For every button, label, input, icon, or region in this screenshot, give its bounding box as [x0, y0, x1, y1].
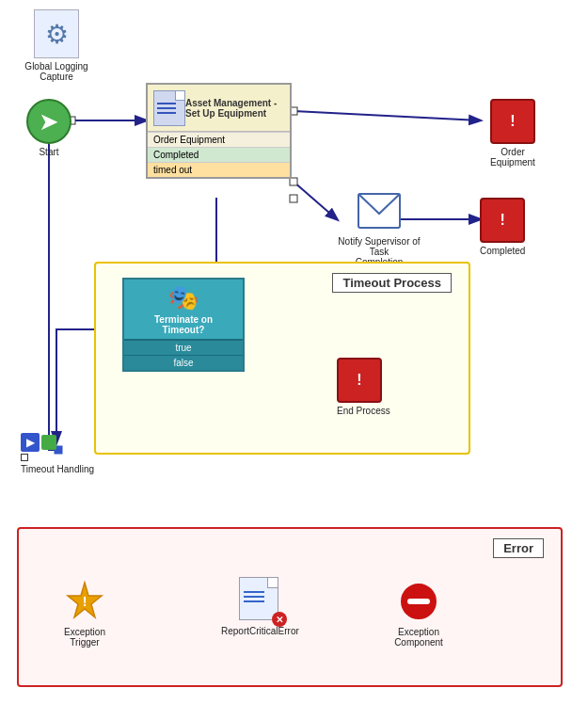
asset-mgmt-node[interactable]: Asset Management -Set Up Equipment Order…: [146, 83, 292, 179]
asset-mgmt-row-completed: Completed: [148, 147, 290, 162]
terminate-node[interactable]: 🎭 Terminate onTimeout? true false: [122, 278, 245, 372]
error-box-label: Error: [493, 538, 544, 558]
terminate-row-false: false: [124, 355, 243, 370]
stop-sign-icon: !: [498, 106, 528, 136]
svg-rect-8: [290, 178, 297, 185]
exception-component-icon: [396, 579, 441, 624]
exception-component-label: Exception Component: [381, 627, 456, 648]
th-blue-icon: ▶: [21, 433, 40, 452]
timeout-handling-label: Timeout Handling: [21, 464, 94, 474]
completed-stop-icon: !: [487, 205, 517, 235]
timeout-handling-icons: ▶: [21, 433, 94, 452]
report-critical-icon: ✕: [234, 574, 283, 623]
timeout-process-label: Timeout Process: [332, 273, 452, 293]
end-process-label: End Process: [337, 406, 390, 416]
start-label: Start: [39, 147, 58, 157]
asset-mgmt-row-order: Order Equipment: [148, 132, 290, 147]
order-equip-node[interactable]: ! Order Equipment: [480, 99, 546, 168]
report-critical-label: ReportCriticalError: [221, 626, 296, 636]
svg-line-1: [294, 111, 480, 120]
order-equip-icon: !: [490, 99, 535, 144]
completed-node[interactable]: ! Completed: [480, 198, 525, 256]
terminate-title-area: 🎭 Terminate onTimeout?: [124, 280, 243, 340]
th-connector: [21, 454, 28, 461]
asset-mgmt-title-area: Asset Management -Set Up Equipment: [148, 85, 290, 132]
doc-lines: [244, 591, 264, 605]
start-arrow-icon: ➤: [39, 107, 59, 136]
asset-mgmt-doc-icon: [153, 90, 185, 126]
asset-doc-lines: [157, 103, 176, 117]
global-logging-label: Global Logging Capture: [19, 61, 94, 82]
red-x-badge: ✕: [272, 612, 287, 627]
notify-supervisor-icon: [355, 188, 404, 233]
end-process-icon: !: [337, 358, 382, 403]
workflow-canvas: ⚙ Global Logging Capture ➤ Start Asset M…: [0, 0, 588, 720]
exception-component-node[interactable]: Exception Component: [381, 579, 456, 648]
terminate-title-text: Terminate onTimeout?: [154, 314, 213, 335]
gear-icon: ⚙: [45, 19, 69, 50]
envelope-icon: [358, 193, 401, 229]
exception-trigger-node[interactable]: ! Exception Trigger: [52, 579, 118, 648]
terminate-row-true: true: [124, 340, 243, 355]
completed-icon: !: [480, 198, 525, 243]
global-logging-icon: ⚙: [34, 9, 79, 58]
terminate-box: 🎭 Terminate onTimeout? true false: [122, 278, 245, 372]
starburst-icon: !: [64, 581, 105, 622]
svg-rect-9: [290, 195, 297, 202]
timeout-handling-node[interactable]: ▶ Timeout Handling: [21, 433, 94, 474]
notify-supervisor-node[interactable]: Notify Supervisor of TaskCompletion: [337, 188, 421, 267]
start-icon: ➤: [26, 99, 72, 144]
global-logging-node: ⚙ Global Logging Capture: [19, 9, 94, 82]
asset-mgmt-box: Asset Management -Set Up Equipment Order…: [146, 83, 292, 179]
svg-line-2: [294, 182, 337, 219]
completed-label: Completed: [480, 246, 525, 256]
end-stop-icon: !: [344, 365, 374, 395]
start-node: ➤ Start: [26, 99, 72, 157]
svg-text:!: !: [83, 594, 87, 609]
end-process-node[interactable]: ! End Process: [337, 358, 390, 416]
exception-trigger-icon: !: [62, 579, 107, 624]
order-equip-label: Order Equipment: [480, 147, 546, 168]
exception-trigger-label: Exception Trigger: [52, 627, 118, 648]
report-critical-node[interactable]: ✕ ReportCriticalError: [221, 574, 296, 636]
no-entry-icon: [401, 584, 437, 619]
th-green-icon: [41, 435, 56, 450]
asset-mgmt-row-timedout: timed out: [148, 162, 290, 177]
asset-mgmt-title-text: Asset Management -Set Up Equipment: [185, 98, 277, 119]
terminate-figure-icon: 🎭: [168, 283, 199, 312]
